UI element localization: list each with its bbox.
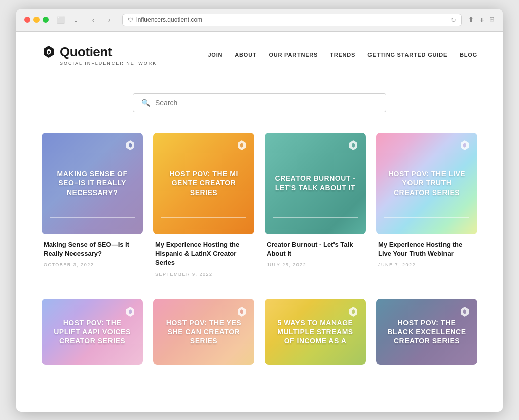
- site-header: Quotient SOCIAL INFLUENCER NETWORK JOIN …: [16, 32, 503, 78]
- reload-icon[interactable]: ↻: [451, 16, 456, 24]
- card-body-4: My Experience Hosting the Live Your Trut…: [376, 234, 477, 270]
- card-image-2: HOST POV: THE MI GENTE CREATOR SERIES: [153, 133, 254, 234]
- search-input[interactable]: [155, 99, 378, 107]
- share-icon[interactable]: ⬆: [468, 15, 474, 24]
- browser-chrome: ⬜ ⌄ ‹ › 🛡 influencers.quotient.com ↻ ⬆ +…: [16, 9, 503, 32]
- traffic-lights: [24, 17, 49, 23]
- card-image-5: HOST POV: THE UPLIFT AAPI VOICES CREATOR…: [42, 299, 143, 365]
- nav-about[interactable]: ABOUT: [235, 52, 256, 58]
- card-image-6: HOST POV: THE YES SHE CAN CREATOR SERIES: [153, 299, 254, 365]
- card-title-4: HOST POV: THE LIVE YOUR TRUTH CREATOR SE…: [384, 169, 469, 197]
- blog-card-4[interactable]: HOST POV: THE LIVE YOUR TRUTH CREATOR SE…: [376, 133, 477, 279]
- card-divider-2: [161, 217, 246, 218]
- browser-actions: ⬆ + ⊞: [468, 15, 495, 24]
- logo-sub: SOCIAL INFLUENCER NETWORK: [60, 61, 157, 66]
- card-title-7: 5 WAYS TO MANAGE MULTIPLE STREAMS OF INC…: [273, 318, 358, 346]
- card-date-1: OCTOBER 3, 2022: [44, 262, 141, 268]
- url-text: influencers.quotient.com: [136, 16, 202, 23]
- card-body-2: My Experience Hosting the Hispanic & Lat…: [153, 234, 254, 279]
- blog-grid-row1: MAKING SENSE OF SEO–IS IT REALLY NECESSA…: [16, 133, 503, 299]
- card-image-8: HOST POV: THE BLACK EXCELLENCE CREATOR S…: [376, 299, 477, 365]
- tab-icon[interactable]: ⬜: [55, 15, 67, 25]
- card-title-1: MAKING SENSE OF SEO–IS IT REALLY NECESSA…: [50, 169, 135, 197]
- card-title-3: CREATOR BURNOUT - LET'S TALK ABOUT IT: [273, 174, 358, 192]
- card-body-title-4: My Experience Hosting the Live Your Trut…: [378, 240, 475, 258]
- card-logo-2: [236, 140, 247, 151]
- card-body-title-3: Creator Burnout - Let's Talk About It: [267, 240, 364, 258]
- card-body-title-2: My Experience Hosting the Hispanic & Lat…: [155, 240, 252, 268]
- blog-card-3[interactable]: CREATOR BURNOUT - LET'S TALK ABOUT IT Cr…: [265, 133, 366, 279]
- card-date-2: SEPTEMBER 9, 2022: [155, 272, 252, 277]
- logo-area: Quotient SOCIAL INFLUENCER NETWORK: [42, 44, 157, 66]
- forward-button[interactable]: ›: [103, 14, 116, 25]
- card-title-5: HOST POV: THE UPLIFT AAPI VOICES CREATOR…: [50, 318, 135, 346]
- card-body-1: Making Sense of SEO—Is It Really Necessa…: [42, 234, 143, 270]
- nav-partners[interactable]: OUR PARTNERS: [269, 52, 318, 58]
- card-divider-3: [273, 217, 358, 218]
- browser-window: ⬜ ⌄ ‹ › 🛡 influencers.quotient.com ↻ ⬆ +…: [16, 9, 503, 412]
- search-bar-container: 🔍: [133, 93, 386, 112]
- blog-card-5[interactable]: HOST POV: THE UPLIFT AAPI VOICES CREATOR…: [42, 299, 143, 365]
- card-title-6: HOST POV: THE YES SHE CAN CREATOR SERIES: [161, 318, 246, 346]
- card-title-8: HOST POV: THE BLACK EXCELLENCE CREATOR S…: [384, 318, 469, 346]
- card-image-4: HOST POV: THE LIVE YOUR TRUTH CREATOR SE…: [376, 133, 477, 234]
- nav-join[interactable]: JOIN: [208, 52, 223, 58]
- close-button[interactable]: [24, 17, 30, 23]
- security-icon: 🛡: [128, 17, 133, 23]
- minimize-button[interactable]: [33, 17, 40, 23]
- logo-icon: [42, 45, 56, 59]
- blog-card-2[interactable]: HOST POV: THE MI GENTE CREATOR SERIES My…: [153, 133, 254, 279]
- search-icon: 🔍: [141, 99, 150, 107]
- blog-grid-row2: HOST POV: THE UPLIFT AAPI VOICES CREATOR…: [16, 299, 503, 365]
- card-image-3: CREATOR BURNOUT - LET'S TALK ABOUT IT: [265, 133, 366, 234]
- card-divider-4: [384, 217, 469, 218]
- logo-row: Quotient: [42, 44, 157, 60]
- logo-text: Quotient: [60, 44, 112, 60]
- card-image-7: 5 WAYS TO MANAGE MULTIPLE STREAMS OF INC…: [265, 299, 366, 365]
- back-button[interactable]: ‹: [87, 14, 100, 25]
- blog-card-8[interactable]: HOST POV: THE BLACK EXCELLENCE CREATOR S…: [376, 299, 477, 365]
- blog-card-7[interactable]: 5 WAYS TO MANAGE MULTIPLE STREAMS OF INC…: [265, 299, 366, 365]
- card-body-title-1: Making Sense of SEO—Is It Really Necessa…: [44, 240, 141, 258]
- card-logo-8: [459, 306, 470, 317]
- card-date-3: JULY 25, 2022: [267, 262, 364, 268]
- card-logo-3: [348, 140, 359, 151]
- window-controls: ⬜ ⌄: [55, 15, 81, 25]
- card-logo-6: [236, 306, 247, 317]
- card-logo-4: [459, 140, 470, 151]
- nav-trends[interactable]: TRENDS: [330, 52, 355, 58]
- blog-card-1[interactable]: MAKING SENSE OF SEO–IS IT REALLY NECESSA…: [42, 133, 143, 279]
- blog-card-6[interactable]: HOST POV: THE YES SHE CAN CREATOR SERIES: [153, 299, 254, 365]
- site-nav: JOIN ABOUT OUR PARTNERS TRENDS GETTING S…: [208, 52, 477, 58]
- grid-icon[interactable]: ⊞: [489, 15, 495, 24]
- nav-controls: ‹ ›: [87, 14, 116, 25]
- card-logo-7: [348, 306, 359, 317]
- chevron-down-icon[interactable]: ⌄: [71, 15, 81, 25]
- page-content: Quotient SOCIAL INFLUENCER NETWORK JOIN …: [16, 32, 503, 412]
- card-title-2: HOST POV: THE MI GENTE CREATOR SERIES: [161, 169, 246, 197]
- card-divider-1: [50, 217, 135, 218]
- maximize-button[interactable]: [43, 17, 49, 23]
- nav-blog[interactable]: BLOG: [460, 52, 477, 58]
- search-section: 🔍: [16, 78, 503, 133]
- card-body-3: Creator Burnout - Let's Talk About It JU…: [265, 234, 366, 270]
- card-image-1: MAKING SENSE OF SEO–IS IT REALLY NECESSA…: [42, 133, 143, 234]
- address-bar[interactable]: 🛡 influencers.quotient.com ↻: [122, 14, 462, 26]
- card-logo-5: [125, 306, 136, 317]
- card-date-4: JUNE 7, 2022: [378, 262, 475, 268]
- card-logo-1: [125, 140, 136, 151]
- nav-guide[interactable]: GETTING STARTED GUIDE: [367, 52, 448, 58]
- new-tab-icon[interactable]: +: [479, 15, 484, 24]
